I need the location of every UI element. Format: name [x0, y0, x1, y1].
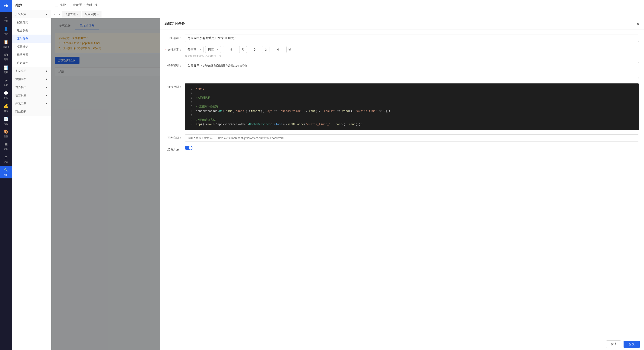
- dev-password-label: 开发密码：: [165, 134, 182, 140]
- chevron-down-icon-5: ▼: [46, 102, 48, 105]
- breadcrumb-scheduled-task: 定时任务: [86, 3, 98, 7]
- marketing-icon: 📊: [4, 65, 8, 70]
- form-row-is-open: 是否开启：: [165, 146, 639, 151]
- nav-label-home: 主页: [4, 20, 8, 23]
- form-row-dev-password: 开发密码：: [165, 134, 639, 141]
- tab-message-mgmt[interactable]: 消息管理 ×: [62, 11, 81, 18]
- modal-overlay: 添加定时任务 ✕ 任务名称： 执行周期：: [51, 18, 644, 350]
- nav-label-order: 自订单: [2, 45, 10, 49]
- dev-password-input[interactable]: [185, 134, 639, 141]
- menu-group-header-security[interactable]: 安全维护 ▼: [12, 67, 51, 75]
- minute-input[interactable]: [246, 46, 263, 53]
- description-label: 任务说明：: [165, 62, 182, 68]
- menu-group-header-dev-tools[interactable]: 开发工具 ▼: [12, 99, 51, 108]
- minute-label: 分: [265, 48, 268, 51]
- menu-group-dev-config: 开发配置 ▲ 配置分类 组合数据 定时任务 权限维护 模块配置 自定事件: [12, 10, 51, 67]
- sidebar-item-permission[interactable]: 权限维护: [12, 43, 51, 51]
- apps-icon: ⊞: [4, 142, 8, 147]
- sidebar-item-custom-event[interactable]: 自定事件: [12, 59, 51, 67]
- chevron-down-icon-3: ▼: [46, 86, 48, 89]
- chevron-down-icon-2: ▼: [46, 78, 48, 80]
- second-label: 秒: [288, 48, 291, 51]
- menu-group-dev-tools: 开发工具 ▼: [12, 99, 51, 108]
- description-input[interactable]: 每周五早上9点给所有商城用户发送1000积分: [185, 62, 639, 79]
- product-icon: 🛍: [4, 53, 8, 57]
- sidebar-item-scheduled-task[interactable]: 定时任务: [12, 35, 51, 43]
- tab-close-message[interactable]: ×: [77, 13, 78, 16]
- nav-label-product: 商品: [4, 58, 8, 61]
- breadcrumb-sep-1: /: [68, 4, 68, 7]
- cancel-button[interactable]: 取消: [606, 340, 621, 348]
- chevron-up-icon: ▲: [46, 13, 48, 16]
- maintenance-icon: 🔧: [4, 168, 8, 172]
- nav-item-maintenance[interactable]: 🔧 维护: [0, 165, 12, 179]
- nav-label-settings: 设置: [4, 160, 8, 164]
- main-area: ☰ 维护 / 开发配置 / 定时任务 ‹ › 消息管理 × 配置分类 × 系统任…: [51, 0, 644, 350]
- menu-group-header-data[interactable]: 数据维护 ▼: [12, 75, 51, 83]
- hour-label: 时: [242, 48, 244, 51]
- content-area: 系统任务 自定义任务 启动定时任务两种方式： 1、使用命令启动：php thin…: [51, 18, 644, 350]
- nav-item-settings[interactable]: ⚙ 设置: [0, 153, 12, 165]
- weekday-select[interactable]: 周一 周二 周三 周四 周五 周六 周日: [205, 46, 221, 53]
- nav-label-content: 内容: [4, 122, 8, 125]
- period-select[interactable]: 每星期 每天 每月 每小时: [185, 46, 204, 53]
- nav-item-content[interactable]: 📄 内容: [0, 114, 12, 127]
- code-line-6: 6 \think\facade\Db::name('cache')->inser…: [188, 109, 636, 113]
- menu-group-header-license[interactable]: 商业授权: [12, 108, 51, 116]
- chevron-down-icon: ▼: [46, 70, 48, 72]
- nav-item-order[interactable]: 📋 自订单: [0, 38, 12, 50]
- sidebar-item-config-category[interactable]: 配置分类: [12, 18, 51, 27]
- nav-item-product[interactable]: 🛍 商品: [0, 50, 12, 63]
- is-open-label: 是否开启：: [165, 146, 182, 151]
- menu-group-header-dev-config[interactable]: 开发配置 ▲: [12, 10, 51, 18]
- nav-item-apps[interactable]: ⊞ 应用: [0, 140, 12, 153]
- tab-nav-right[interactable]: ›: [58, 12, 61, 17]
- menu-group-data: 数据维护 ▼: [12, 75, 51, 83]
- period-label: 执行周期：: [165, 46, 182, 52]
- nav-label-marketing: 营销: [4, 71, 8, 74]
- nav-label-distribution: 分销: [4, 84, 8, 87]
- modal-footer: 取消 提交: [160, 338, 644, 350]
- menu-group-security: 安全维护 ▼: [12, 67, 51, 75]
- period-controls: 每星期 每天 每月 每小时 ▼ 周一: [185, 46, 639, 53]
- menu-group-header-external-api[interactable]: 对外接口 ▼: [12, 83, 51, 91]
- breadcrumb-maintenance: 维护: [60, 3, 66, 7]
- nav-item-user[interactable]: 👤 用户: [0, 25, 12, 38]
- nav-item-decoration[interactable]: 🎨 装修: [0, 127, 12, 140]
- sidebar-title: 维护: [12, 0, 51, 10]
- content-icon: 📄: [4, 116, 8, 121]
- menu-toggle-icon[interactable]: ☰: [55, 3, 58, 8]
- menu-group-language: 语言设置 ▼: [12, 91, 51, 99]
- modal-title: 添加定时任务: [164, 22, 185, 26]
- form-row-description: 任务说明： 每周五早上9点给所有商城用户发送1000积分: [165, 62, 639, 79]
- nav-item-finance[interactable]: 💰 财务: [0, 102, 12, 114]
- nav-item-marketing[interactable]: 📊 营销: [0, 63, 12, 76]
- sidebar-item-module-config[interactable]: 模块配置: [12, 51, 51, 59]
- code-line-1: 1 <?php: [188, 87, 636, 91]
- is-open-toggle[interactable]: [185, 146, 192, 150]
- nav-item-distribution[interactable]: ✈ 分销: [0, 76, 12, 89]
- form-row-period: 执行周期： 每星期 每天 每月 每小时: [165, 46, 639, 58]
- sidebar-item-combo-data[interactable]: 组合数据: [12, 27, 51, 35]
- nav-label-customer: 客服: [4, 96, 8, 100]
- code-editor[interactable]: 1 <?php 2 3 //示例代码: [185, 83, 639, 130]
- task-name-label: 任务名称：: [165, 35, 182, 40]
- code-line-3: 3 //示例代码: [188, 96, 636, 100]
- tab-config-category[interactable]: 配置分类 ×: [82, 11, 102, 18]
- hour-input[interactable]: [223, 46, 240, 53]
- second-input[interactable]: [270, 46, 286, 53]
- menu-group-header-language[interactable]: 语言设置 ▼: [12, 91, 51, 99]
- code-line-4: 4: [188, 100, 636, 105]
- tab-nav-left[interactable]: ‹: [53, 12, 57, 17]
- logo: eb: [0, 0, 12, 12]
- submit-button[interactable]: 提交: [624, 340, 640, 348]
- finance-icon: 💰: [4, 104, 8, 108]
- modal-header: 添加定时任务 ✕: [160, 18, 644, 30]
- nav-item-customer[interactable]: 💬 客服: [0, 89, 12, 102]
- tab-close-config[interactable]: ×: [97, 13, 99, 16]
- modal-close-button[interactable]: ✕: [636, 21, 640, 27]
- task-name-input[interactable]: [185, 35, 639, 42]
- breadcrumb-sep-2: /: [84, 4, 84, 7]
- nav-item-home[interactable]: ⌂ 主页: [0, 12, 12, 25]
- order-icon: 📋: [4, 40, 8, 44]
